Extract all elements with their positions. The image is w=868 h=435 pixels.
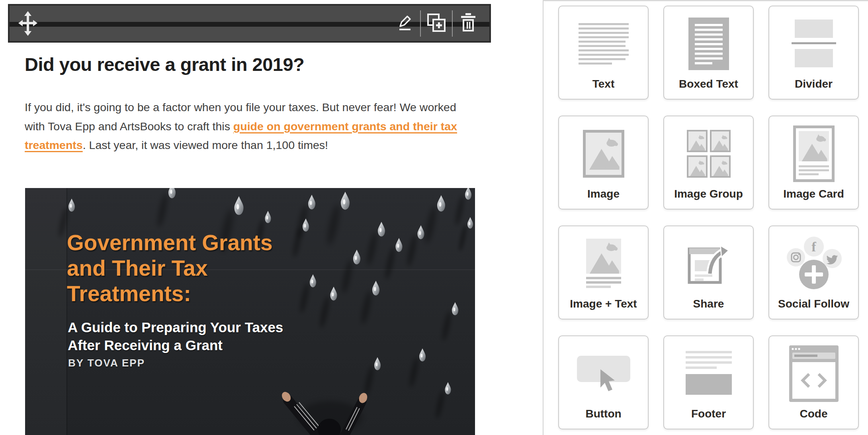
- tile-label: Share: [693, 298, 724, 319]
- tile-image[interactable]: Image: [558, 116, 649, 210]
- edit-button[interactable]: [389, 6, 420, 41]
- hero-image[interactable]: Government Grants and Their Tax Treatmen…: [25, 188, 475, 435]
- tile-label: Image: [587, 188, 620, 209]
- tile-label: Footer: [691, 408, 726, 429]
- delete-trash-icon: [459, 13, 477, 33]
- tile-code[interactable]: Code: [768, 335, 859, 429]
- hero-subtitle: A Guide to Preparing Your Taxes After Re…: [68, 318, 283, 354]
- svg-text:f: f: [811, 239, 816, 254]
- email-heading[interactable]: Did you receive a grant in 2019?: [25, 53, 483, 75]
- edit-pencil-icon: [395, 14, 414, 33]
- tile-image-group[interactable]: Image Group: [663, 116, 754, 210]
- tile-button[interactable]: Button: [558, 335, 649, 429]
- tile-divider[interactable]: Divider: [768, 6, 859, 100]
- tile-label: Social Follow: [778, 298, 849, 319]
- hero-byline: BY TOVA EPP: [68, 357, 145, 369]
- delete-button[interactable]: [453, 6, 484, 41]
- share-icon: [686, 229, 731, 298]
- move-icon[interactable]: [18, 11, 37, 36]
- email-canvas: Did you receive a grant in 2019? If you …: [0, 0, 543, 435]
- toolbar-actions: [389, 6, 484, 41]
- tile-boxed-text[interactable]: Boxed Text: [663, 6, 754, 100]
- content-blocks-grid: Text Boxed Text: [558, 6, 859, 429]
- social-follow-icon: f: [784, 229, 844, 298]
- email-paragraph[interactable]: If you did, it's going to be a factor wh…: [25, 98, 470, 155]
- tile-image-plus-text[interactable]: Image + Text: [558, 225, 649, 319]
- tile-label: Code: [800, 408, 828, 429]
- text-block-icon: [579, 10, 629, 78]
- tile-share[interactable]: Share: [663, 225, 754, 319]
- image-group-icon: [687, 120, 731, 188]
- divider-icon: [792, 10, 836, 78]
- content-blocks-panel: Text Boxed Text: [543, 0, 868, 435]
- tile-image-card[interactable]: Image Card: [768, 116, 859, 210]
- hero-title: Government Grants and Their Tax Treatmen…: [67, 230, 273, 306]
- boxed-text-icon: [688, 10, 729, 78]
- tile-social-follow[interactable]: f: [768, 225, 859, 319]
- block-toolbar: [8, 4, 491, 43]
- footer-icon: [686, 339, 732, 408]
- tile-text[interactable]: Text: [558, 6, 649, 100]
- tile-label: Image Group: [674, 188, 743, 209]
- button-icon: [574, 339, 633, 408]
- tile-label: Image + Text: [570, 298, 637, 319]
- email-editor: Did you receive a grant in 2019? If you …: [0, 0, 868, 435]
- image-card-icon: [793, 120, 835, 188]
- tile-label: Boxed Text: [679, 78, 738, 99]
- tile-label: Text: [592, 78, 615, 99]
- code-icon: [789, 339, 839, 408]
- duplicate-button[interactable]: [421, 6, 452, 41]
- tile-footer[interactable]: Footer: [663, 335, 754, 429]
- hero-illustration: [25, 188, 475, 435]
- image-plus-text-icon: [585, 229, 623, 298]
- tile-label: Button: [585, 408, 621, 429]
- tile-label: Divider: [795, 78, 833, 99]
- tile-label: Image Card: [783, 188, 844, 209]
- duplicate-icon: [427, 13, 446, 33]
- image-icon: [583, 120, 624, 188]
- paragraph-text: . Last year, it was viewed more than 1,1…: [83, 139, 328, 151]
